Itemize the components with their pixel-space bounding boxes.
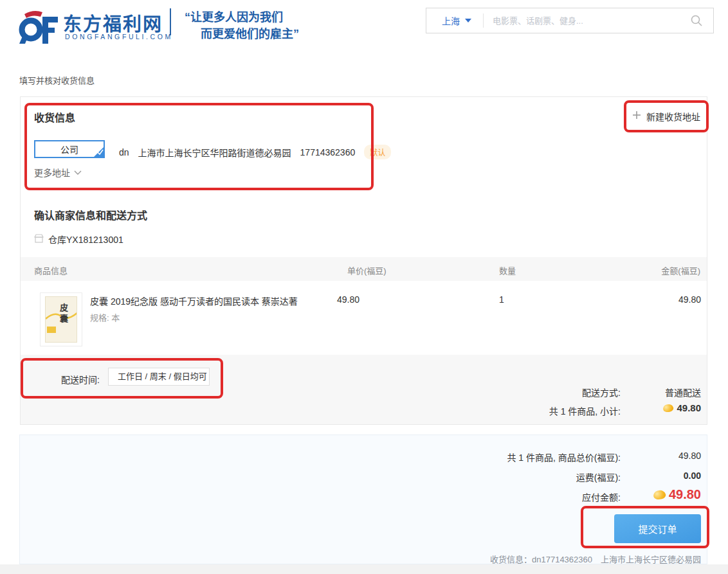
col-amount: 金额(福豆) <box>661 264 700 276</box>
address-row: dn 上海市上海长宁区华阳路街道德必易园 17714362360 默认 <box>119 145 391 159</box>
product-amount: 49.80 <box>678 294 701 305</box>
logo-icon[interactable] <box>17 9 59 48</box>
recipient-name: dn <box>119 147 129 157</box>
address-tag-company[interactable]: 公司 <box>34 140 105 158</box>
footer-info-label: 收货信息： <box>490 555 532 564</box>
book-cover-band <box>47 327 56 333</box>
table-header: 商品信息 单价(福豆) 数量 金额(福豆) <box>21 257 707 281</box>
payable-money: 49.80 <box>653 487 701 502</box>
warehouse-row: 仓库YX181213001 <box>34 233 123 246</box>
book-cover-title: 皮囊 <box>57 303 69 325</box>
new-address-label: 新建收货地址 <box>646 110 700 123</box>
slogan-line-2: 而更爱他们的雇主” <box>201 24 299 41</box>
search-bar: 上海 <box>426 8 714 33</box>
new-address-button[interactable]: 新建收货地址 <box>624 100 709 132</box>
more-addresses-toggle[interactable]: 更多地址 <box>34 166 82 179</box>
product-spec: 规格: 本 <box>90 311 120 323</box>
address-text: 上海市上海长宁区华阳路街道德必易园 <box>138 146 291 159</box>
col-unit-price: 单价(福豆) <box>347 264 387 276</box>
delivery-time-select[interactable]: 工作日 / 周末 / 假日均可 <box>108 368 210 386</box>
footer-info-value: dn17714362360 上海市上海长宁区德必易园 <box>532 555 701 564</box>
chevron-down-icon <box>74 167 82 177</box>
book-cover: 皮囊 <box>45 296 77 343</box>
payable-value: 49.80 <box>669 487 701 502</box>
plus-icon <box>632 111 641 122</box>
search-icon[interactable] <box>680 14 713 27</box>
merchant-section-title: 确认商家信息和配送方式 <box>34 207 147 222</box>
city-label: 上海 <box>442 14 460 27</box>
freight-label: 运费(福豆): <box>576 471 621 483</box>
delivery-method-label: 配送方式: <box>582 386 621 399</box>
city-selector[interactable]: 上海 <box>426 14 483 27</box>
checkout-page: 东方福利网 DONGFANGFULI.COM “让更多人因为我们 而更爱他们的雇… <box>0 0 728 574</box>
shipping-section-title: 收货信息 <box>34 109 75 125</box>
product-unit-price: 49.80 <box>337 294 359 305</box>
page-title: 填写并核对收货信息 <box>19 74 95 86</box>
product-quantity: 1 <box>499 294 504 305</box>
brand-name: 东方福利网 <box>63 9 163 36</box>
col-quantity: 数量 <box>499 264 516 276</box>
footer-shipping-info: 收货信息：dn17714362360 上海市上海长宁区德必易园 <box>490 553 701 565</box>
delivery-time-label: 配送时间: <box>61 373 100 386</box>
subtotal-label: 共 1 件商品, 小计: <box>549 404 621 417</box>
bean-icon <box>662 403 674 413</box>
subtotal-value: 49.80 <box>677 402 701 413</box>
subtotal-money: 49.80 <box>663 402 701 413</box>
payable-label: 应付金额: <box>582 490 621 503</box>
footer-strip <box>0 564 728 574</box>
submit-order-button[interactable]: 提交订单 <box>614 514 701 543</box>
store-icon <box>34 234 44 245</box>
search-input[interactable] <box>484 16 680 26</box>
brand-domain: DONGFANGFULI.COM <box>65 33 173 40</box>
caret-down-icon <box>465 19 471 22</box>
check-icon <box>97 147 104 157</box>
col-product: 商品信息 <box>34 264 68 276</box>
phone-number: 17714362360 <box>300 147 356 157</box>
product-title[interactable]: 皮囊 2019纪念版 感动千万读者的国民读本 蔡崇达著 <box>90 294 298 307</box>
total-value: 49.80 <box>678 451 701 461</box>
more-addresses-label: 更多地址 <box>34 166 70 179</box>
product-thumbnail[interactable]: 皮囊 <box>40 292 82 346</box>
delivery-method-value: 普通配送 <box>665 386 701 399</box>
slogan-line-1: “让更多人因为我们 <box>185 8 283 24</box>
header-divider <box>170 8 171 35</box>
warehouse-name: 仓库YX181213001 <box>48 233 123 246</box>
bean-icon <box>653 489 667 500</box>
total-label: 共 1 件商品, 商品总价(福豆): <box>507 451 621 463</box>
address-tag-label: 公司 <box>60 143 78 156</box>
freight-value: 0.00 <box>684 471 701 481</box>
default-badge: 默认 <box>364 145 391 159</box>
